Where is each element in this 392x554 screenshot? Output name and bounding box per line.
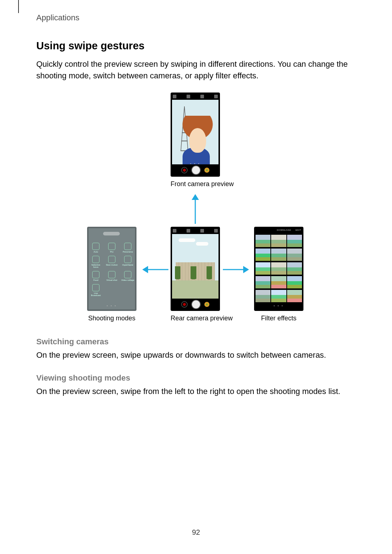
arrow-up-icon xyxy=(192,194,199,224)
mode-pro: Pro xyxy=(105,243,118,253)
pager-dots: • • • xyxy=(171,296,220,299)
rear-camera-thumb: • • • ★ Rear camera preview xyxy=(171,227,233,322)
phone-rear: • • • ★ xyxy=(171,227,220,311)
ratio-icon xyxy=(187,229,190,233)
flash-icon xyxy=(200,95,204,98)
record-icon xyxy=(181,301,188,308)
shutter-icon xyxy=(191,300,201,309)
gear-icon xyxy=(173,95,176,98)
pager-dots: • • • xyxy=(254,304,303,307)
arrow-right-icon xyxy=(223,266,249,273)
ratio-icon xyxy=(187,95,190,98)
hdr-icon xyxy=(214,229,218,233)
page-number: 92 xyxy=(0,528,392,537)
breadcrumb: Applications xyxy=(36,13,79,22)
modes-caption: Shooting modes xyxy=(87,315,136,322)
mode-selective-focus: Selective focus xyxy=(89,256,102,268)
phone-front: • • • ★ xyxy=(171,93,220,177)
filter-effects-thumb: DOWNLOAD EDIT • • • Filter effects xyxy=(254,227,303,322)
sub-body-viewing-modes: On the preview screen, swipe from the le… xyxy=(36,386,356,397)
sub-heading-switching: Switching cameras xyxy=(36,337,356,346)
gear-icon xyxy=(173,229,176,233)
mode-virtual-shot: Virtual shot xyxy=(105,271,118,281)
mode-food: Food xyxy=(89,271,102,281)
sub-body-switching: On the preview screen, swipe upwards or … xyxy=(36,349,356,361)
shutter-icon xyxy=(191,165,201,175)
mode-live-broadcast: Live Broadcast xyxy=(89,284,102,296)
edit-label: EDIT xyxy=(295,229,301,231)
selfie-face-illustration xyxy=(181,112,214,164)
filters-caption: Filter effects xyxy=(254,315,303,322)
phone-filters: DOWNLOAD EDIT • • • xyxy=(254,227,303,311)
front-camera-thumb: • • • ★ Front camera preview xyxy=(171,93,234,188)
modes-grid: Auto Pro Panorama Selective focus Slow m… xyxy=(89,243,134,293)
mode-auto: Auto xyxy=(89,243,102,253)
flash-icon xyxy=(200,229,204,233)
page-edge-mark xyxy=(18,0,19,13)
front-caption: Front camera preview xyxy=(171,180,234,188)
pager-dots: • • • xyxy=(171,162,220,165)
mode-video-collage: Video collage xyxy=(121,271,134,281)
intro-paragraph: Quickly control the preview screen by sw… xyxy=(36,58,356,82)
rear-caption: Rear camera preview xyxy=(171,315,233,322)
shooting-modes-thumb: DOWNLOAD ⋮ Auto Pro Panorama Selective f… xyxy=(87,227,136,322)
sub-heading-viewing-modes: Viewing shooting modes xyxy=(36,373,356,383)
gesture-diagram: • • • ★ Front camera preview DOWNLOAD ⋮ xyxy=(58,93,334,325)
section-heading: Using swipe gestures xyxy=(36,40,356,52)
effects-icon: ★ xyxy=(204,302,209,307)
timer-icon xyxy=(214,95,218,98)
arrow-left-icon xyxy=(142,266,168,273)
phone-modes: DOWNLOAD ⋮ Auto Pro Panorama Selective f… xyxy=(87,227,136,311)
mode-hyperlapse: Hyperlapse xyxy=(121,256,134,268)
mode-slow-motion: Slow motion xyxy=(105,256,118,268)
effects-icon: ★ xyxy=(204,168,209,173)
pager-dots: • • • xyxy=(87,304,136,307)
mode-panorama: Panorama xyxy=(121,243,134,253)
download-label: DOWNLOAD xyxy=(277,229,291,231)
record-icon xyxy=(181,167,188,173)
